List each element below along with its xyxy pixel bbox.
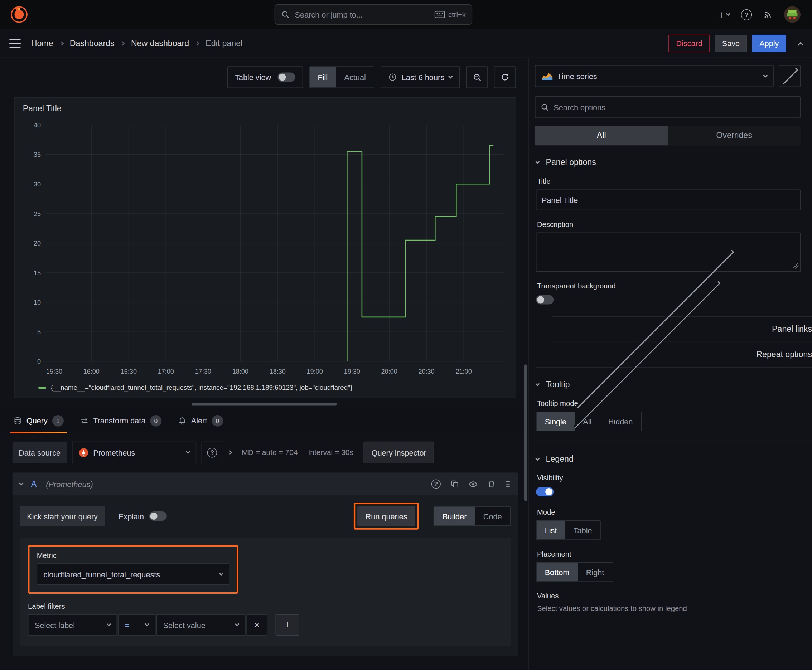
chevron-down-icon (219, 573, 223, 576)
actual-option[interactable]: Actual (336, 67, 374, 88)
expand-query-options-button[interactable] (229, 451, 232, 454)
collapse-options-pane-button[interactable] (779, 65, 800, 87)
add-filter-button[interactable]: + (275, 614, 299, 636)
options-search-box[interactable] (535, 96, 800, 118)
database-icon (14, 416, 22, 425)
user-avatar[interactable] (784, 6, 800, 22)
panel-title-input[interactable] (536, 189, 800, 210)
explain-toggle[interactable] (149, 511, 166, 521)
query-row-header[interactable]: A (Prometheus) ? (12, 473, 518, 496)
toggle-visibility-button[interactable] (469, 480, 478, 489)
select-value-dropdown[interactable]: Select value (156, 614, 246, 636)
panel-options-sidebar: Time series All Overrides (528, 58, 812, 670)
drag-handle[interactable] (505, 480, 510, 488)
grafana-logo-icon[interactable] (9, 5, 29, 24)
select-label-dropdown[interactable]: Select label (28, 614, 117, 636)
interval-text: Interval = 30s (308, 448, 353, 457)
repeat-options-section[interactable]: Repeat options (544, 342, 812, 367)
svg-text:0: 0 (37, 357, 41, 365)
legend-mode-list[interactable]: List (536, 521, 565, 540)
run-queries-button[interactable]: Run queries (357, 506, 415, 526)
legend-header[interactable]: Legend (536, 455, 573, 464)
legend-visibility-toggle[interactable] (536, 487, 554, 496)
transparent-background-toggle[interactable] (536, 295, 554, 304)
datasource-value: Prometheus (93, 448, 135, 457)
tab-transform[interactable]: Transform data 0 (74, 408, 168, 433)
legend-values-help: Select values or calculations to show in… (537, 604, 800, 612)
add-new-button[interactable]: + (718, 9, 730, 20)
collapse-header-button[interactable] (798, 41, 803, 46)
visualization-picker[interactable]: Time series (535, 65, 774, 87)
save-button[interactable]: Save (715, 34, 747, 52)
legend-placement-group: Bottom Right (536, 562, 613, 582)
chart-legend-item[interactable]: {__name__="cloudflared_tunnel_total_requ… (23, 382, 508, 394)
chevron-right-icon (121, 42, 124, 45)
legend-mode-table[interactable]: Table (565, 521, 600, 540)
menu-toggle-button[interactable] (9, 38, 21, 48)
plus-icon: + (718, 9, 725, 20)
builder-option[interactable]: Builder (434, 507, 475, 525)
help-button[interactable]: ? (741, 9, 752, 20)
chevron-right-icon (228, 450, 232, 455)
tooltip-mode-hidden[interactable]: Hidden (600, 412, 641, 431)
description-field-wrap (536, 232, 800, 272)
duplicate-query-button[interactable] (450, 480, 459, 488)
tab-alert[interactable]: Alert 0 (172, 408, 229, 433)
query-row-actions: ? (431, 479, 510, 489)
delete-query-button[interactable] (487, 480, 495, 488)
kick-start-button[interactable]: Kick start your query (20, 506, 105, 526)
tooltip-header[interactable]: Tooltip (536, 380, 570, 389)
table-view-toggle[interactable] (278, 72, 295, 81)
metric-select[interactable]: cloudflared_tunnel_total_requests (37, 563, 229, 585)
legend-series-label: {__name__="cloudflared_tunnel_total_requ… (51, 384, 352, 392)
collapse-row-icon[interactable] (19, 481, 23, 485)
news-feed-button[interactable] (763, 10, 773, 19)
zoom-out-button[interactable] (466, 66, 488, 88)
explain-control: Explain (119, 511, 167, 521)
tab-all-options[interactable]: All (535, 126, 668, 146)
annotation-metric: Metric cloudflared_tunnel_total_requests (28, 545, 238, 594)
breadcrumb: Home Dashboards New dashboard Edit panel (31, 39, 242, 48)
breadcrumb-new-dashboard[interactable]: New dashboard (131, 39, 189, 48)
operator-dropdown[interactable]: = (118, 614, 155, 636)
options-search-input[interactable] (554, 103, 795, 112)
legend-placement-right[interactable]: Right (578, 563, 613, 581)
time-range-picker[interactable]: Last 6 hours (381, 66, 460, 88)
tab-query[interactable]: Query 1 (7, 408, 70, 433)
zoom-out-icon (473, 73, 481, 81)
annotation-run-queries: Run queries (353, 503, 419, 530)
panel-actions: Discard Save Apply (669, 34, 803, 52)
panel-options-header[interactable]: Panel options (536, 158, 596, 167)
visualization-row: Time series (529, 58, 812, 87)
global-search-box[interactable]: ctrl+k (275, 4, 473, 25)
trash-icon (487, 480, 495, 488)
datasource-picker[interactable]: Prometheus (72, 442, 196, 464)
timeseries-chart[interactable]: 051015202530354015:3016:0016:3017:0017:3… (23, 116, 508, 382)
code-option[interactable]: Code (475, 507, 510, 525)
global-search-input[interactable] (295, 10, 429, 19)
keyboard-icon (434, 11, 445, 18)
tooltip-mode-single[interactable]: Single (536, 412, 575, 431)
discard-button[interactable]: Discard (669, 34, 710, 52)
apply-button[interactable]: Apply (752, 34, 786, 52)
label-filters-label: Label filters (28, 602, 502, 610)
datasource-help-button[interactable]: ? (201, 442, 223, 464)
horizontal-scrollbar[interactable] (192, 403, 337, 405)
legend-placement-bottom[interactable]: Bottom (536, 563, 578, 581)
vertical-scrollbar[interactable] (524, 364, 527, 501)
chevron-down-icon (145, 623, 149, 626)
tab-transform-count: 0 (150, 415, 161, 426)
refresh-icon (501, 73, 509, 81)
breadcrumb-dashboards[interactable]: Dashboards (70, 39, 115, 48)
eye-icon (469, 480, 478, 489)
chevron-down-icon (535, 382, 539, 386)
breadcrumb-home[interactable]: Home (31, 39, 53, 48)
panel-description-input[interactable] (536, 232, 800, 272)
query-help-button[interactable]: ? (431, 479, 441, 489)
refresh-button[interactable] (494, 66, 516, 88)
fill-option[interactable]: Fill (309, 67, 336, 88)
remove-filter-button[interactable]: × (246, 614, 267, 636)
query-inspector-button[interactable]: Query inspector (364, 442, 434, 464)
prometheus-icon (79, 447, 88, 457)
tab-overrides[interactable]: Overrides (668, 126, 800, 146)
